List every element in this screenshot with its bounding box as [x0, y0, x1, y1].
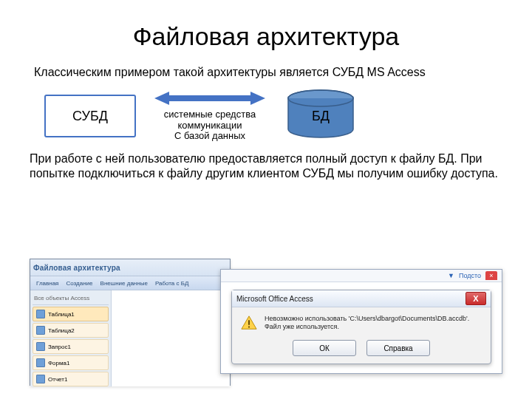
help-button[interactable]: Справка [366, 340, 430, 356]
error-panel: ▼ Подсто × Microsoft Office Access X Нев… [220, 269, 502, 374]
app-nav-pane: Все объекты Access Таблица1 Таблица2 Зап… [30, 290, 112, 386]
app-body: Все объекты Access Таблица1 Таблица2 Зап… [30, 290, 230, 386]
app-ribbon: Главная Создание Внешние данные Работа с… [30, 276, 230, 290]
nav-item[interactable]: Запрос1 [33, 339, 109, 354]
ribbon-tab[interactable]: Создание [66, 280, 92, 287]
caption-line2: коммуникации [177, 120, 242, 131]
double-arrow-icon [154, 90, 265, 106]
screenshots-area: Файловая архитектура Главная Создание Вн… [30, 259, 502, 384]
nav-header: Все объекты Access [33, 293, 109, 305]
access-app-window: Файловая архитектура Главная Создание Вн… [30, 259, 231, 386]
warning-icon [241, 315, 257, 331]
body-paragraph: При работе с ней пользователю предоставл… [30, 151, 502, 181]
arrow-caption: системные средства коммуникации С базой … [164, 109, 256, 143]
dialog-message: Невозможно использовать 'C:\Users\dbargo… [265, 315, 482, 331]
caption-line3: С базой данных [174, 130, 245, 141]
ribbon-tab[interactable]: Работа с БД [155, 280, 189, 287]
table-icon [36, 326, 45, 335]
dialog-title-text: Microsoft Office Access [236, 295, 313, 303]
svg-rect-5 [248, 327, 250, 328]
dbms-box-label: СУБД [72, 109, 108, 124]
dbms-box: СУБД [44, 95, 136, 137]
panel-close-icon[interactable]: × [485, 271, 497, 280]
panel-link[interactable]: Подсто [459, 272, 481, 279]
arrow-block: системные средства коммуникации С базой … [151, 90, 269, 143]
ribbon-tab[interactable]: Внешние данные [100, 280, 148, 287]
intro-text: Классическим примером такой архитектуры … [34, 66, 502, 79]
svg-marker-0 [154, 92, 265, 105]
dialog-close-button[interactable]: X [466, 292, 486, 305]
db-cylinder: БД [284, 89, 358, 143]
app-title-text: Файловая архитектура [33, 264, 120, 272]
dialog-button-row: ОК Справка [232, 335, 491, 364]
panel-top-row: ▼ Подсто × [221, 270, 502, 282]
nav-item[interactable]: Форма1 [33, 355, 109, 370]
error-dialog: Microsoft Office Access X Невозможно исп… [231, 290, 491, 364]
table-icon [36, 310, 45, 318]
query-icon [36, 342, 45, 351]
ribbon-tab[interactable]: Главная [36, 280, 58, 287]
nav-item[interactable]: Отчет1 [33, 372, 109, 386]
nav-item[interactable]: Таблица2 [33, 323, 109, 338]
ok-button[interactable]: ОК [293, 340, 356, 356]
dialog-body: Невозможно использовать 'C:\Users\dbargo… [232, 307, 491, 335]
app-content-area [112, 290, 230, 386]
page-title: Файловая архитектура [30, 22, 502, 51]
dialog-titlebar: Microsoft Office Access X [232, 290, 491, 307]
svg-rect-4 [248, 320, 250, 324]
nav-item[interactable]: Таблица1 [33, 307, 109, 321]
app-titlebar: Файловая архитектура [30, 259, 230, 276]
architecture-diagram: СУБД системные средства коммуникации С б… [44, 89, 502, 143]
slide: Файловая архитектура Классическим пример… [0, 0, 532, 399]
caption-line1: системные средства [164, 109, 256, 120]
report-icon [36, 375, 45, 383]
form-icon [36, 358, 45, 367]
